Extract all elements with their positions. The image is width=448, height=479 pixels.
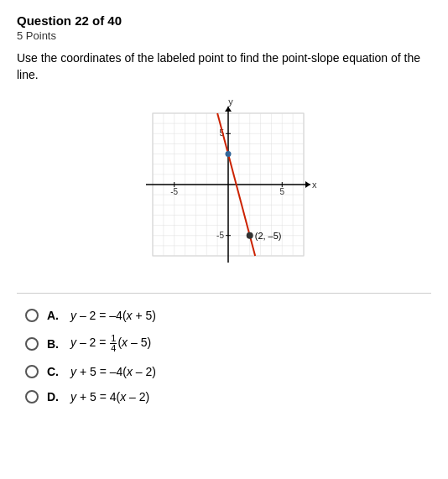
option-c-text: y + 5 = –4(x – 2) xyxy=(70,365,156,378)
option-c[interactable]: C. y + 5 = –4(x – 2) xyxy=(25,365,431,378)
question-text: Use the coordinates of the labeled point… xyxy=(17,50,428,83)
radio-b[interactable] xyxy=(25,337,39,351)
question-header: Question 22 of 40 xyxy=(17,13,431,28)
option-a[interactable]: A. y – 2 = –4(x + 5) xyxy=(25,309,431,322)
points-label: 5 Points xyxy=(17,29,431,42)
option-b[interactable]: B. y – 2 = 14(x – 5) xyxy=(25,334,431,353)
radio-a[interactable] xyxy=(25,309,39,322)
graph-container xyxy=(17,96,431,273)
options-list: A. y – 2 = –4(x + 5) B. y – 2 = 14(x – 5… xyxy=(17,309,431,404)
divider xyxy=(17,293,431,294)
radio-c[interactable] xyxy=(25,365,39,378)
option-b-letter: B. xyxy=(47,337,59,351)
option-c-letter: C. xyxy=(47,365,59,378)
option-d[interactable]: D. y + 5 = 4(x – 2) xyxy=(25,390,431,404)
option-d-text: y + 5 = 4(x – 2) xyxy=(70,390,149,404)
option-a-text: y – 2 = –4(x + 5) xyxy=(70,309,156,322)
radio-d[interactable] xyxy=(25,390,39,404)
option-d-letter: D. xyxy=(47,390,59,404)
option-a-letter: A. xyxy=(47,309,59,322)
graph-area xyxy=(128,96,320,273)
option-b-text: y – 2 = 14(x – 5) xyxy=(70,334,151,353)
